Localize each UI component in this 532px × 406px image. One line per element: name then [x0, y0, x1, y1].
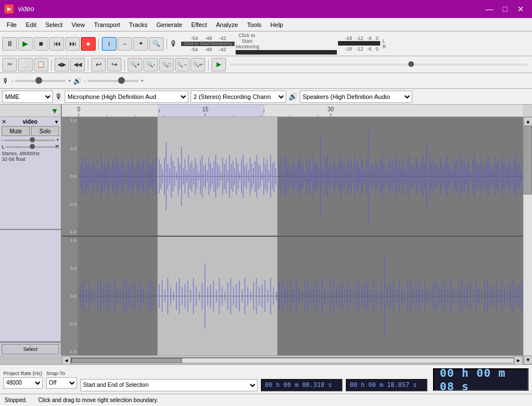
undo-button[interactable]: ↩: [91, 58, 106, 71]
tracks-rows: ✕ video ▼ Mute Solo -: [0, 117, 523, 355]
menu-tracks[interactable]: Tracks: [125, 18, 152, 31]
scale-b-m1.0: -1.0: [62, 349, 78, 354]
solo-button[interactable]: Solo: [31, 126, 59, 136]
device-row: MME 🎙 Microphone (High Definition Aud 2 …: [0, 89, 532, 105]
vu-label-1: -54: [181, 35, 198, 41]
separator4: [88, 59, 88, 70]
menu-effect[interactable]: Effect: [187, 18, 211, 31]
mute-button[interactable]: Mute: [2, 126, 30, 136]
play-speed-slider[interactable]: [229, 64, 528, 66]
menu-select[interactable]: Select: [41, 18, 67, 31]
menubar: File Edit Select View Transport Tracks G…: [0, 18, 532, 31]
menu-transport[interactable]: Transport: [89, 18, 125, 31]
menu-tools[interactable]: Tools: [242, 18, 266, 31]
channels-select[interactable]: 2 (Stereo) Recording Chann: [191, 91, 286, 103]
scroll-thumb-v[interactable]: [524, 126, 532, 195]
skip-start-button[interactable]: ⏮: [49, 37, 64, 51]
output-volume-slider[interactable]: [88, 80, 138, 82]
end-time-display[interactable]: 00 h 00 m 18.857 s: [346, 379, 427, 391]
snap-to-select[interactable]: Off: [46, 377, 77, 389]
zoom-out-button[interactable]: 🔍-: [143, 58, 158, 71]
paste-button[interactable]: 📋: [34, 58, 48, 71]
svg-text:0: 0: [77, 106, 80, 112]
menu-analyze[interactable]: Analyze: [211, 18, 242, 31]
play-button[interactable]: ▶: [18, 37, 33, 51]
selection-mode-select[interactable]: Start and End of Selection Start and Len…: [80, 379, 258, 391]
waveform-bottom[interactable]: 1.0 0.5 0.0 -0.5 -1.0: [62, 237, 523, 355]
waveform-wrapper: 1.0 0.5 0.0 -0.5 -1.0: [62, 117, 523, 355]
cut-button[interactable]: ✂: [2, 58, 17, 71]
vu-monitor-label[interactable]: Click to Start Monitoring: [181, 42, 235, 46]
collapse-arrow[interactable]: ▼: [51, 106, 58, 115]
project-rate-select[interactable]: 48000: [3, 377, 43, 389]
zoom-tool-button[interactable]: 🔍: [149, 37, 164, 51]
select-track-button[interactable]: Select: [2, 344, 59, 354]
start-time-display[interactable]: 00 h 00 m 08.318 s: [261, 379, 342, 391]
skip-end-button[interactable]: ⏭: [65, 37, 80, 51]
scroll-up-button[interactable]: ▲: [524, 117, 532, 126]
scroll-track-h[interactable]: [71, 358, 514, 363]
vu-label-3: -42: [212, 35, 226, 41]
redo-button[interactable]: ↪: [107, 58, 121, 71]
separator1: [98, 38, 99, 49]
scale-labels-top: 1.0 0.5 0.0 -0.5 -1.0: [62, 117, 78, 236]
scroll-thumb-h[interactable]: [71, 358, 182, 363]
track-volume-slider[interactable]: [4, 139, 55, 141]
audio-host-select[interactable]: MME: [2, 91, 53, 103]
menu-generate[interactable]: Generate: [152, 18, 187, 31]
scroll-down-button[interactable]: ▼: [524, 355, 532, 364]
waveform-bottom-bg: 1.0 0.5 0.0 -0.5 -1.0: [62, 237, 523, 355]
track-top-close[interactable]: ✕: [2, 119, 6, 125]
select-tool-button[interactable]: I: [102, 37, 116, 51]
horizontal-scrollbar: ◄ ►: [62, 355, 523, 364]
status-bar: Project Rate (Hz) 48000 Snap-To Off Star…: [0, 364, 532, 394]
menu-view[interactable]: View: [67, 18, 89, 31]
pause-button[interactable]: ⏸: [2, 37, 17, 51]
project-rate-group: Project Rate (Hz) 48000: [3, 371, 43, 389]
separator2: [166, 38, 167, 49]
waveform-top[interactable]: 1.0 0.5 0.0 -0.5 -1.0: [62, 117, 523, 237]
trim-button[interactable]: ◀▶: [55, 58, 69, 71]
vu-label-lr: -54: [181, 47, 198, 52]
track-top-menu[interactable]: ▼: [54, 119, 59, 125]
stop-button[interactable]: ■: [34, 37, 48, 51]
close-button[interactable]: ✕: [514, 3, 528, 15]
input-device-select[interactable]: Microphone (High Definition Aud: [65, 91, 188, 103]
output-device-select[interactable]: Speakers (High Definition Audio: [300, 91, 412, 103]
zoom-sel-button[interactable]: 🔍□: [159, 58, 174, 71]
zoom-fit-button[interactable]: 🔍↔: [175, 58, 190, 71]
scroll-track-v[interactable]: [524, 126, 532, 355]
vu-l-label: L: [382, 38, 386, 44]
menu-edit[interactable]: Edit: [21, 18, 41, 31]
timeline-ruler-row: ▼ 0 15 30 ↓ ↓: [0, 105, 532, 117]
input-volume-slider[interactable]: [15, 80, 66, 82]
vu-0b: 0: [372, 46, 378, 52]
svg-text:30: 30: [327, 106, 334, 112]
track-mute-solo-row: Mute Solo: [2, 126, 59, 136]
menu-help[interactable]: Help: [266, 18, 288, 31]
scroll-right-button[interactable]: ►: [514, 356, 523, 365]
toolbar-row1: ⏸ ▶ ■ ⏮ ⏭ ● I ↔ ✦ 🔍 🎙 -54 -48 -42: [0, 31, 532, 56]
snap-to-label: Snap-To: [46, 371, 77, 376]
end-time-group: 00 h 00 m 18.857 s: [346, 368, 427, 391]
mixer-row: 🎙 - + 🔊 - +: [0, 73, 532, 89]
zoom-in-button[interactable]: 🔍+: [128, 58, 142, 71]
record-button[interactable]: ●: [81, 37, 96, 51]
menu-file[interactable]: File: [2, 18, 21, 31]
track-pan-slider[interactable]: [6, 146, 54, 148]
copy-button[interactable]: ⬜: [18, 58, 33, 71]
vol-plus-icon: +: [56, 137, 59, 143]
play-at-speed-button[interactable]: ▶: [211, 58, 226, 71]
track-select-area: Select: [0, 342, 61, 355]
maximize-button[interactable]: □: [498, 3, 512, 15]
minimize-button[interactable]: —: [483, 3, 496, 15]
track-pan-row: L R: [2, 144, 59, 150]
track-top-control: ✕ video ▼ Mute Solo -: [0, 117, 61, 230]
scroll-left-button[interactable]: ◄: [62, 356, 71, 365]
ruler-inner[interactable]: 0 15 30 ↓ ↓: [62, 105, 523, 116]
silence-button[interactable]: ◀◀: [70, 58, 85, 71]
zoom-reset-button[interactable]: 🔍↩: [191, 58, 205, 71]
envelope-tool-button[interactable]: ↔: [118, 37, 132, 51]
draw-tool-button[interactable]: ✦: [133, 37, 148, 51]
ruler-scroll-right: [523, 105, 532, 116]
